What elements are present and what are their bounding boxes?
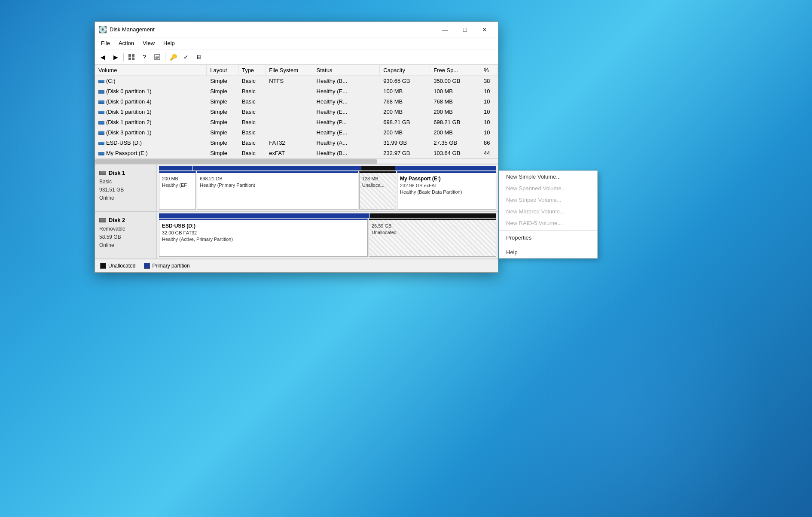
table-row[interactable]: (Disk 1 partition 2) Simple Basic Health… bbox=[95, 117, 498, 128]
disk1-cell-2[interactable]: 698.21 GB Healthy (Primary Partition) bbox=[197, 171, 358, 210]
disk2-info: Removable 58.59 GB Online bbox=[99, 225, 152, 250]
table-row[interactable]: (C:) Simple Basic NTFS Healthy (B... 930… bbox=[95, 76, 498, 86]
disk2-name: Disk 2 bbox=[109, 217, 125, 223]
cell-pct: 10 bbox=[480, 128, 498, 138]
toolbar-check-button[interactable]: ✓ bbox=[180, 51, 192, 63]
menu-bar: File Action View Help bbox=[95, 37, 498, 49]
toolbar: ◀ ▶ ? 🔑 ✓ 🖥 bbox=[95, 49, 498, 65]
col-capacity[interactable]: Capacity bbox=[380, 65, 430, 76]
menu-action[interactable]: Action bbox=[114, 38, 138, 48]
toolbar-forward-button[interactable]: ▶ bbox=[110, 51, 122, 63]
title-controls: — □ ✕ bbox=[435, 22, 495, 37]
cell-type: Basic bbox=[238, 76, 265, 86]
disk2-cell-1[interactable]: ESD-USB (D:) 32.00 GB FAT32 Healthy (Act… bbox=[159, 219, 368, 257]
disk2-title: Disk 2 bbox=[99, 217, 152, 223]
horizontal-scrollbar[interactable] bbox=[95, 158, 498, 164]
svg-rect-0 bbox=[128, 54, 131, 57]
toolbar-grid-button[interactable] bbox=[125, 51, 137, 63]
cell-fs bbox=[266, 86, 313, 97]
disk1-cell-1[interactable]: 200 MB Healthy (EF bbox=[159, 171, 196, 210]
cell-capacity: 232.97 GB bbox=[380, 148, 430, 158]
col-filesystem[interactable]: File System bbox=[266, 65, 313, 76]
toolbar-key-button[interactable]: 🔑 bbox=[167, 51, 179, 63]
toolbar-screen-button[interactable]: 🖥 bbox=[193, 51, 205, 63]
close-button[interactable]: ✕ bbox=[475, 22, 495, 37]
ctx-new-simple[interactable]: New Simple Volume... bbox=[499, 171, 597, 182]
ctx-new-raid5: New RAID-5 Volume... bbox=[499, 217, 597, 229]
table-row[interactable]: (Disk 1 partition 1) Simple Basic Health… bbox=[95, 107, 498, 117]
disk1-cell4-size: 232.98 GB exFAT bbox=[400, 182, 493, 189]
disk2-cell2-size: 26.59 GB bbox=[372, 223, 493, 229]
disk1-cell3-size: 128 MB bbox=[362, 176, 393, 182]
maximize-button[interactable]: □ bbox=[455, 22, 475, 37]
menu-file[interactable]: File bbox=[97, 38, 114, 48]
menu-help[interactable]: Help bbox=[159, 38, 179, 48]
cell-volume: (C:) bbox=[95, 76, 207, 86]
col-pct[interactable]: % bbox=[480, 65, 498, 76]
cell-type: Basic bbox=[238, 148, 265, 158]
disk1-cell-4[interactable]: My Passport (E:) 232.98 GB exFAT Healthy… bbox=[397, 171, 496, 210]
table-row[interactable]: My Passport (E:) Simple Basic exFAT Heal… bbox=[95, 148, 498, 158]
legend-unallocated: Unallocated bbox=[100, 263, 135, 269]
horizontal-scroll-thumb[interactable] bbox=[95, 159, 377, 164]
disk2-status: Online bbox=[99, 242, 114, 248]
table-container: Volume Layout Type File System Status Ca… bbox=[95, 65, 498, 164]
table-scroll[interactable]: Volume Layout Type File System Status Ca… bbox=[95, 65, 498, 158]
disk1-title: Disk 1 bbox=[99, 170, 152, 176]
disk1-bar-p3 bbox=[361, 166, 395, 170]
legend: Unallocated Primary partition bbox=[95, 259, 498, 272]
toolbar-back-button[interactable]: ◀ bbox=[97, 51, 109, 63]
cell-status: Healthy (P... bbox=[313, 117, 380, 128]
cell-volume: (Disk 3 partition 1) bbox=[95, 128, 207, 138]
menu-view[interactable]: View bbox=[138, 38, 159, 48]
disk1-icon bbox=[99, 171, 106, 175]
svg-rect-2 bbox=[128, 58, 131, 60]
disk1-cells: 200 MB Healthy (EF 698.21 GB Healthy (Pr… bbox=[159, 171, 496, 210]
toolbar-help-button[interactable]: ? bbox=[138, 51, 150, 63]
disk1-cell2-status: Healthy (Primary Partition) bbox=[200, 182, 355, 189]
minimize-button[interactable]: — bbox=[435, 22, 455, 37]
cell-volume: ESD-USB (D:) bbox=[95, 138, 207, 148]
disk1-cell-3[interactable]: 128 MB Unalloca... bbox=[359, 171, 396, 210]
table-row[interactable]: (Disk 0 partition 4) Simple Basic Health… bbox=[95, 97, 498, 107]
disk1-label: Disk 1 Basic 931.51 GB Online bbox=[95, 164, 157, 211]
window-icon: 💽 bbox=[98, 25, 107, 34]
cell-layout: Simple bbox=[207, 107, 238, 117]
disk1-cell2-size: 698.21 GB bbox=[200, 176, 355, 182]
cell-fs: FAT32 bbox=[266, 138, 313, 148]
cell-layout: Simple bbox=[207, 138, 238, 148]
table-row[interactable]: ESD-USB (D:) Simple Basic FAT32 Healthy … bbox=[95, 138, 498, 148]
svg-rect-3 bbox=[132, 58, 134, 60]
title-bar: 💽 Disk Management — □ ✕ bbox=[95, 22, 498, 37]
col-status[interactable]: Status bbox=[313, 65, 380, 76]
disk1-bar-p4 bbox=[395, 166, 496, 170]
cell-pct: 10 bbox=[480, 117, 498, 128]
col-volume[interactable]: Volume bbox=[95, 65, 207, 76]
col-type[interactable]: Type bbox=[238, 65, 265, 76]
cell-pct: 10 bbox=[480, 107, 498, 117]
cell-type: Basic bbox=[238, 86, 265, 97]
ctx-help[interactable]: Help bbox=[499, 246, 597, 258]
disk1-type: Basic bbox=[99, 179, 112, 185]
legend-primary: Primary partition bbox=[144, 263, 189, 269]
cell-layout: Simple bbox=[207, 76, 238, 86]
cell-status: Healthy (E... bbox=[313, 107, 380, 117]
ctx-sep-2 bbox=[499, 245, 597, 245]
disk2-label: Disk 2 Removable 58.59 GB Online bbox=[95, 212, 157, 258]
toolbar-properties-button[interactable] bbox=[151, 51, 163, 63]
volume-table: Volume Layout Type File System Status Ca… bbox=[95, 65, 498, 158]
cell-status: Healthy (E... bbox=[313, 128, 380, 138]
context-menu: New Simple Volume... New Spanned Volume.… bbox=[499, 170, 598, 258]
col-freespace[interactable]: Free Sp... bbox=[430, 65, 480, 76]
table-row[interactable]: (Disk 0 partition 1) Simple Basic Health… bbox=[95, 86, 498, 97]
cell-pct: 86 bbox=[480, 138, 498, 148]
disk1-name: Disk 1 bbox=[109, 170, 125, 176]
cell-capacity: 698.21 GB bbox=[380, 117, 430, 128]
disk2-cell-2[interactable]: 26.59 GB Unallocated bbox=[369, 219, 496, 257]
cell-volume: My Passport (E:) bbox=[95, 148, 207, 158]
table-row[interactable]: (Disk 3 partition 1) Simple Basic Health… bbox=[95, 128, 498, 138]
disk1-bar-p2 bbox=[193, 166, 361, 170]
toolbar-separator-1 bbox=[123, 53, 124, 61]
col-layout[interactable]: Layout bbox=[207, 65, 238, 76]
ctx-properties[interactable]: Properties bbox=[499, 232, 597, 243]
